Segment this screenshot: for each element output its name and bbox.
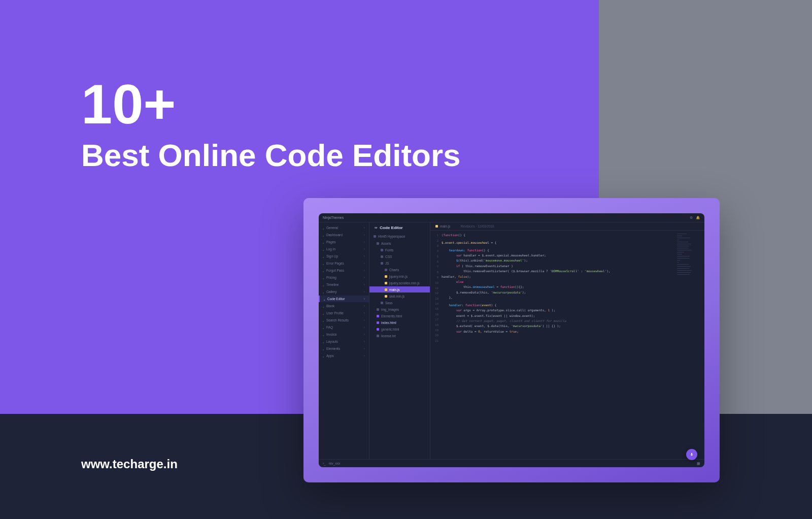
nav-item[interactable]: •Code Editor› [319,296,369,302]
chevron-right-icon: › [364,318,365,322]
line-number: 19 [430,328,442,333]
tree-item-label: license.txt [381,334,396,338]
nav-item[interactable]: •Pricing› [319,274,369,281]
tree-item[interactable]: main.js [369,286,430,293]
tree-item[interactable]: jquery.scrollex.min.js [369,280,430,286]
tree-item[interactable]: Sass [369,300,430,306]
nav-item-label: Blank [326,304,334,308]
nav-item[interactable]: •Error Pages› [319,260,369,267]
minimap-line [677,268,689,269]
nav-item-label: Pricing [326,276,336,279]
code-line: $.extend( event, $.data(this, 'mwcursorp… [442,323,674,329]
chevron-right-icon: › [364,283,365,286]
minimap-line [677,238,690,238]
nav-item-label: Apps [326,354,334,358]
code-lines[interactable]: (function() {$.event.special.mousewheel … [442,231,674,459]
nav-item[interactable]: •Invoice› [319,331,369,338]
chevron-right-icon: › [364,354,365,358]
code-line: // Get correct pageX, pageY, clientX and… [442,318,674,323]
tree-item[interactable]: license.txt [369,333,430,339]
tree-item[interactable]: index.html [369,319,430,326]
chevron-right-icon: › [364,311,365,315]
js-icon [385,282,387,284]
nav-item[interactable]: •Timeline› [319,281,369,288]
js-icon [385,275,387,278]
nav-item[interactable]: •User Profile› [319,310,369,316]
chevron-right-icon: › [364,333,365,336]
code-line: if ( this.removeEventListener ) [442,264,674,269]
notification-icon[interactable]: 🔔 [696,216,700,220]
nav-item-label: Code Editor [327,297,345,301]
nav-item[interactable]: •Blank› [319,303,369,309]
minimap-line [677,252,684,252]
code-editor-window: NinjaThemes ⚙ 🔔 •General›•Dashboard›•Pag… [319,213,704,467]
html-icon [377,315,379,317]
tree-item[interactable]: JS [369,260,430,266]
minimap-line [677,270,692,271]
chevron-right-icon: › [364,290,365,294]
nav-item[interactable]: •Log In› [319,246,369,252]
settings-icon[interactable]: ⚙ [690,216,693,220]
js-icon [435,225,438,228]
line-number: 10 [430,280,442,285]
nav-bullet-icon: • [323,305,324,307]
tree-item[interactable]: Assets [369,240,430,246]
nav-item-label: Timeline [326,283,339,286]
minimap-line [677,260,681,261]
nav-item[interactable]: •Search Results› [319,317,369,323]
nav-bullet-icon: • [323,355,324,356]
line-number: 17 [430,317,442,322]
nav-item[interactable]: •Pages› [319,239,369,245]
chevron-right-icon: › [364,276,365,279]
chevron-right-icon: › [364,240,365,244]
file-panel: ‹› Code Editor Html5 Hyperspace AssetsFo… [369,222,430,459]
code-line: handler: function(event) { [442,303,674,308]
tree-item[interactable]: Charts [369,267,430,273]
chevron-right-icon: › [364,340,365,343]
tree-item[interactable]: jquery.min.js [369,273,430,279]
layout-icon[interactable]: ▦ [697,462,700,466]
code-line: var args = Array.prototype.slice.call( a… [442,308,674,313]
tree-root[interactable]: Html5 Hyperspace [369,233,430,239]
line-number: 18 [430,322,442,327]
tree-item[interactable]: skel.min.js [369,293,430,299]
tree-item[interactable]: Elements.html [369,313,430,319]
tree-item[interactable]: generic.html [369,326,430,332]
tree-item-label: CSS [385,255,392,258]
minimap[interactable] [674,231,704,459]
nav-item[interactable]: •Apps› [319,352,369,359]
nav-item-label: Invoice [326,333,337,336]
nav-item-label: Forgot Pass [326,269,344,272]
nav-item[interactable]: •Sign Up› [319,253,369,260]
line-number: 4 [430,248,442,253]
nav-item[interactable]: •FAQ› [319,324,369,331]
tab-main[interactable]: main.js [430,222,456,230]
nav-item[interactable]: •Dashboard› [319,232,369,238]
tree-item[interactable]: CSS [369,253,430,260]
minimap-line [677,254,682,254]
minimap-line [677,274,690,275]
tree-item[interactable]: img_images [369,306,430,312]
nav-item[interactable]: •Layouts› [319,338,369,345]
voice-fab[interactable] [686,449,697,460]
folder-icon [381,249,383,251]
headline-big: 10+ [81,76,461,132]
nav-item[interactable]: •Forgot Pass› [319,267,369,274]
nav-item-label: Log In [326,247,335,251]
nav-bullet-icon: • [323,234,324,236]
chevron-right-icon: › [364,247,365,251]
nav-item[interactable]: •Gallery› [319,288,369,295]
nav-item[interactable]: •General› [319,224,369,231]
tab-main-label: main.js [440,224,451,228]
tab-revisions[interactable]: Revisions · 12/03/2018 [456,222,499,230]
file-panel-title-text: Code Editor [380,225,402,230]
line-number: 7 [430,264,442,269]
tree-item[interactable]: Fonts [369,247,430,253]
code-line: else [442,279,674,284]
tree-item-label: main.js [389,288,400,291]
tree-item-label: generic.html [381,328,399,331]
terminal-icon[interactable]: ›_ [323,462,326,465]
nav-bullet-icon: • [323,341,324,342]
nav-bullet-icon: • [323,334,324,335]
nav-item[interactable]: •Elements› [319,345,369,352]
